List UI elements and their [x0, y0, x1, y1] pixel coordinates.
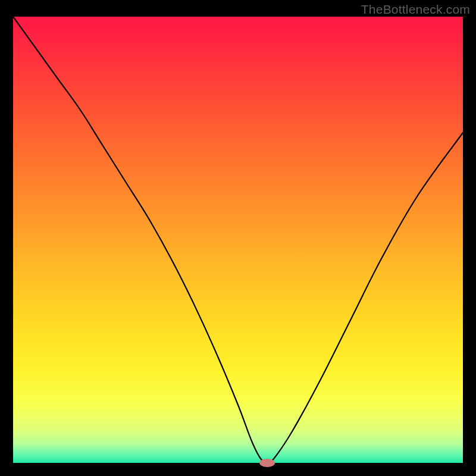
plot-background [13, 17, 463, 463]
chart-svg [0, 0, 476, 476]
minimum-marker [259, 459, 275, 467]
chart-frame: TheBottleneck.com [0, 0, 476, 476]
watermark-text: TheBottleneck.com [361, 2, 470, 17]
